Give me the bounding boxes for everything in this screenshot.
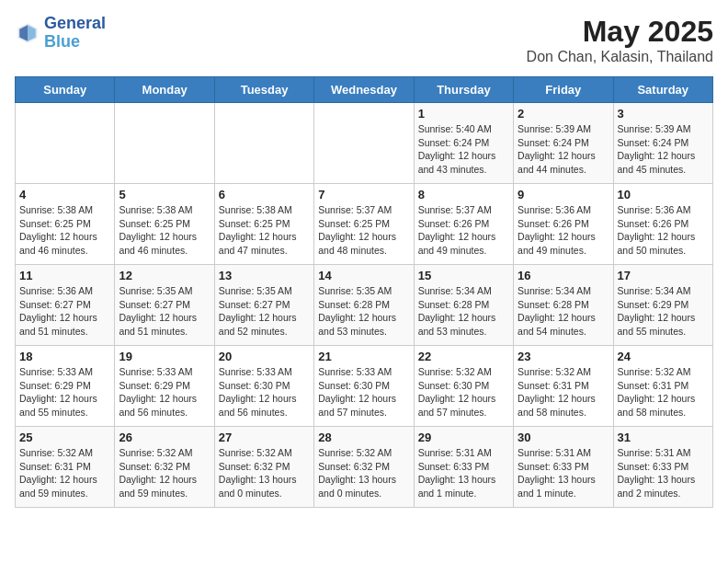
day-info: Sunrise: 5:32 AMSunset: 6:32 PMDaylight:… xyxy=(219,446,310,500)
weekday-friday: Friday xyxy=(514,77,613,103)
calendar-cell: 4Sunrise: 5:38 AMSunset: 6:25 PMDaylight… xyxy=(16,184,115,265)
day-info: Sunrise: 5:33 AMSunset: 6:30 PMDaylight:… xyxy=(219,365,310,419)
calendar-cell xyxy=(314,103,414,184)
day-number: 7 xyxy=(318,188,409,201)
calendar-cell: 11Sunrise: 5:36 AMSunset: 6:27 PMDayligh… xyxy=(16,265,115,346)
day-info: Sunrise: 5:35 AMSunset: 6:27 PMDaylight:… xyxy=(119,284,210,339)
day-number: 22 xyxy=(418,350,509,363)
day-number: 30 xyxy=(518,431,609,444)
day-number: 6 xyxy=(219,188,310,201)
day-number: 21 xyxy=(318,350,409,363)
calendar-cell: 24Sunrise: 5:32 AMSunset: 6:31 PMDayligh… xyxy=(613,346,712,427)
calendar-cell: 18Sunrise: 5:33 AMSunset: 6:29 PMDayligh… xyxy=(16,346,115,427)
day-info: Sunrise: 5:33 AMSunset: 6:30 PMDaylight:… xyxy=(318,365,409,419)
calendar-cell: 16Sunrise: 5:34 AMSunset: 6:28 PMDayligh… xyxy=(514,265,613,346)
day-number: 5 xyxy=(119,188,210,201)
day-info: Sunrise: 5:40 AMSunset: 6:24 PMDaylight:… xyxy=(418,122,509,177)
day-info: Sunrise: 5:38 AMSunset: 6:25 PMDaylight:… xyxy=(19,203,110,258)
day-info: Sunrise: 5:31 AMSunset: 6:33 PMDaylight:… xyxy=(518,446,609,500)
weekday-tuesday: Tuesday xyxy=(214,77,313,103)
day-info: Sunrise: 5:31 AMSunset: 6:33 PMDaylight:… xyxy=(618,446,709,500)
calendar-cell: 15Sunrise: 5:34 AMSunset: 6:28 PMDayligh… xyxy=(414,265,513,346)
day-number: 10 xyxy=(618,188,709,201)
day-number: 16 xyxy=(518,269,609,282)
week-row-3: 11Sunrise: 5:36 AMSunset: 6:27 PMDayligh… xyxy=(16,265,713,346)
day-info: Sunrise: 5:32 AMSunset: 6:31 PMDaylight:… xyxy=(518,365,609,419)
day-number: 3 xyxy=(618,107,709,121)
calendar-cell: 14Sunrise: 5:35 AMSunset: 6:28 PMDayligh… xyxy=(314,265,414,346)
calendar-cell: 13Sunrise: 5:35 AMSunset: 6:27 PMDayligh… xyxy=(214,265,313,346)
day-info: Sunrise: 5:36 AMSunset: 6:26 PMDaylight:… xyxy=(518,203,609,258)
calendar-cell: 17Sunrise: 5:34 AMSunset: 6:29 PMDayligh… xyxy=(613,265,712,346)
calendar-cell: 20Sunrise: 5:33 AMSunset: 6:30 PMDayligh… xyxy=(214,346,313,427)
day-number: 28 xyxy=(318,431,409,444)
week-row-1: 1Sunrise: 5:40 AMSunset: 6:24 PMDaylight… xyxy=(16,103,713,184)
day-info: Sunrise: 5:38 AMSunset: 6:25 PMDaylight:… xyxy=(119,203,210,258)
logo-line2: Blue xyxy=(44,33,106,52)
calendar-cell xyxy=(214,103,313,184)
calendar-cell: 29Sunrise: 5:31 AMSunset: 6:33 PMDayligh… xyxy=(414,427,513,508)
day-info: Sunrise: 5:34 AMSunset: 6:28 PMDaylight:… xyxy=(518,284,609,339)
calendar-cell: 30Sunrise: 5:31 AMSunset: 6:33 PMDayligh… xyxy=(514,427,613,508)
day-number: 31 xyxy=(618,431,709,444)
day-number: 24 xyxy=(618,350,709,363)
calendar-cell: 22Sunrise: 5:32 AMSunset: 6:30 PMDayligh… xyxy=(414,346,513,427)
day-number: 9 xyxy=(518,188,609,201)
day-number: 1 xyxy=(418,107,509,121)
page-title: May 2025 xyxy=(527,15,713,49)
weekday-wednesday: Wednesday xyxy=(314,77,414,103)
day-number: 12 xyxy=(119,269,210,282)
day-number: 4 xyxy=(19,188,110,201)
day-info: Sunrise: 5:32 AMSunset: 6:31 PMDaylight:… xyxy=(618,365,709,419)
day-info: Sunrise: 5:35 AMSunset: 6:27 PMDaylight:… xyxy=(219,284,310,339)
calendar-cell: 5Sunrise: 5:38 AMSunset: 6:25 PMDaylight… xyxy=(115,184,214,265)
calendar-cell: 23Sunrise: 5:32 AMSunset: 6:31 PMDayligh… xyxy=(514,346,613,427)
day-info: Sunrise: 5:32 AMSunset: 6:31 PMDaylight:… xyxy=(19,446,110,500)
weekday-sunday: Sunday xyxy=(16,77,115,103)
day-number: 11 xyxy=(19,269,110,282)
day-info: Sunrise: 5:33 AMSunset: 6:29 PMDaylight:… xyxy=(119,365,210,419)
day-info: Sunrise: 5:39 AMSunset: 6:24 PMDaylight:… xyxy=(518,122,609,177)
day-number: 23 xyxy=(518,350,609,363)
weekday-saturday: Saturday xyxy=(613,77,712,103)
calendar-body: 1Sunrise: 5:40 AMSunset: 6:24 PMDaylight… xyxy=(16,103,713,508)
day-info: Sunrise: 5:32 AMSunset: 6:30 PMDaylight:… xyxy=(418,365,509,419)
calendar-cell: 8Sunrise: 5:37 AMSunset: 6:26 PMDaylight… xyxy=(414,184,513,265)
calendar-cell: 2Sunrise: 5:39 AMSunset: 6:24 PMDaylight… xyxy=(514,103,613,184)
weekday-header-row: SundayMondayTuesdayWednesdayThursdayFrid… xyxy=(16,77,713,103)
calendar-cell: 27Sunrise: 5:32 AMSunset: 6:32 PMDayligh… xyxy=(214,427,313,508)
calendar-cell: 31Sunrise: 5:31 AMSunset: 6:33 PMDayligh… xyxy=(613,427,712,508)
day-info: Sunrise: 5:37 AMSunset: 6:26 PMDaylight:… xyxy=(418,203,509,258)
day-number: 2 xyxy=(518,107,609,121)
day-number: 27 xyxy=(219,431,310,444)
day-number: 17 xyxy=(618,269,709,282)
calendar-cell: 7Sunrise: 5:37 AMSunset: 6:25 PMDaylight… xyxy=(314,184,414,265)
day-info: Sunrise: 5:33 AMSunset: 6:29 PMDaylight:… xyxy=(19,365,110,419)
calendar-table: SundayMondayTuesdayWednesdayThursdayFrid… xyxy=(15,76,713,508)
day-info: Sunrise: 5:34 AMSunset: 6:28 PMDaylight:… xyxy=(418,284,509,339)
page-subtitle: Don Chan, Kalasin, Thailand xyxy=(527,49,713,65)
page-header: General Blue May 2025 Don Chan, Kalasin,… xyxy=(15,15,713,65)
logo-icon xyxy=(15,20,40,46)
calendar-cell xyxy=(115,103,214,184)
day-number: 26 xyxy=(119,431,210,444)
day-number: 20 xyxy=(219,350,310,363)
calendar-cell: 9Sunrise: 5:36 AMSunset: 6:26 PMDaylight… xyxy=(514,184,613,265)
calendar-cell: 25Sunrise: 5:32 AMSunset: 6:31 PMDayligh… xyxy=(16,427,115,508)
calendar-cell: 28Sunrise: 5:32 AMSunset: 6:32 PMDayligh… xyxy=(314,427,414,508)
weekday-thursday: Thursday xyxy=(414,77,513,103)
day-info: Sunrise: 5:34 AMSunset: 6:29 PMDaylight:… xyxy=(618,284,709,339)
week-row-2: 4Sunrise: 5:38 AMSunset: 6:25 PMDaylight… xyxy=(16,184,713,265)
calendar-cell: 21Sunrise: 5:33 AMSunset: 6:30 PMDayligh… xyxy=(314,346,414,427)
day-info: Sunrise: 5:36 AMSunset: 6:26 PMDaylight:… xyxy=(618,203,709,258)
day-number: 13 xyxy=(219,269,310,282)
title-block: May 2025 Don Chan, Kalasin, Thailand xyxy=(527,15,713,65)
calendar-cell: 12Sunrise: 5:35 AMSunset: 6:27 PMDayligh… xyxy=(115,265,214,346)
logo-line1: General xyxy=(44,15,106,33)
day-info: Sunrise: 5:32 AMSunset: 6:32 PMDaylight:… xyxy=(318,446,409,500)
calendar-cell: 6Sunrise: 5:38 AMSunset: 6:25 PMDaylight… xyxy=(214,184,313,265)
day-number: 19 xyxy=(119,350,210,363)
day-number: 29 xyxy=(418,431,509,444)
calendar-header: SundayMondayTuesdayWednesdayThursdayFrid… xyxy=(16,77,713,103)
day-info: Sunrise: 5:38 AMSunset: 6:25 PMDaylight:… xyxy=(219,203,310,258)
